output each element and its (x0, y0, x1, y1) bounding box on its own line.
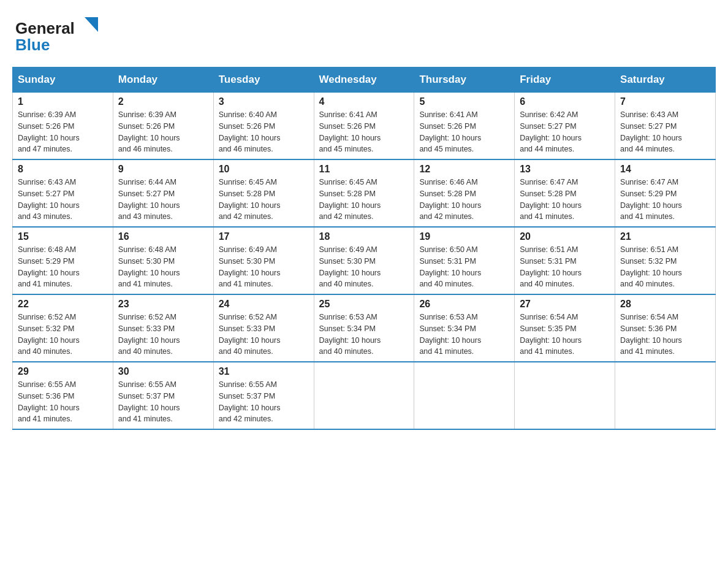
day-number: 3 (219, 96, 309, 107)
day-number: 14 (620, 164, 710, 175)
day-number: 29 (18, 366, 108, 377)
day-number: 8 (18, 164, 108, 175)
calendar-cell: 28 Sunrise: 6:54 AMSunset: 5:36 PMDaylig… (615, 294, 716, 362)
calendar-cell: 29 Sunrise: 6:55 AMSunset: 5:36 PMDaylig… (13, 362, 113, 429)
day-number: 24 (219, 299, 309, 310)
calendar-cell: 14 Sunrise: 6:47 AMSunset: 5:29 PMDaylig… (615, 159, 716, 227)
calendar-cell: 27 Sunrise: 6:54 AMSunset: 5:35 PMDaylig… (515, 294, 615, 362)
calendar-cell: 22 Sunrise: 6:52 AMSunset: 5:32 PMDaylig… (13, 294, 113, 362)
calendar-cell: 10 Sunrise: 6:45 AMSunset: 5:28 PMDaylig… (213, 159, 314, 227)
calendar-header-wednesday: Wednesday (314, 67, 414, 93)
day-info: Sunrise: 6:45 AMSunset: 5:28 PMDaylight:… (219, 177, 309, 223)
day-number: 12 (419, 164, 509, 175)
calendar-cell (615, 362, 716, 429)
day-number: 21 (620, 231, 710, 242)
day-number: 1 (18, 96, 108, 107)
day-number: 26 (419, 299, 509, 310)
calendar-week-row: 8 Sunrise: 6:43 AMSunset: 5:27 PMDayligh… (13, 159, 716, 227)
day-number: 25 (319, 299, 409, 310)
calendar-cell: 30 Sunrise: 6:55 AMSunset: 5:37 PMDaylig… (113, 362, 213, 429)
day-number: 9 (118, 164, 208, 175)
day-info: Sunrise: 6:49 AMSunset: 5:30 PMDaylight:… (319, 244, 409, 290)
day-info: Sunrise: 6:48 AMSunset: 5:30 PMDaylight:… (118, 244, 208, 290)
day-info: Sunrise: 6:52 AMSunset: 5:32 PMDaylight:… (18, 312, 108, 358)
day-number: 17 (219, 231, 309, 242)
day-info: Sunrise: 6:52 AMSunset: 5:33 PMDaylight:… (118, 312, 208, 358)
day-info: Sunrise: 6:41 AMSunset: 5:26 PMDaylight:… (419, 109, 509, 155)
day-number: 19 (419, 231, 509, 242)
calendar-cell: 7 Sunrise: 6:43 AMSunset: 5:27 PMDayligh… (615, 93, 716, 160)
day-number: 18 (319, 231, 409, 242)
day-info: Sunrise: 6:43 AMSunset: 5:27 PMDaylight:… (620, 109, 710, 155)
svg-text:Blue: Blue (15, 36, 50, 54)
day-number: 15 (18, 231, 108, 242)
calendar-cell: 9 Sunrise: 6:44 AMSunset: 5:27 PMDayligh… (113, 159, 213, 227)
day-info: Sunrise: 6:42 AMSunset: 5:27 PMDaylight:… (520, 109, 610, 155)
day-info: Sunrise: 6:46 AMSunset: 5:28 PMDaylight:… (419, 177, 509, 223)
calendar-cell: 18 Sunrise: 6:49 AMSunset: 5:30 PMDaylig… (314, 227, 414, 294)
calendar-cell: 15 Sunrise: 6:48 AMSunset: 5:29 PMDaylig… (13, 227, 113, 294)
calendar-cell: 2 Sunrise: 6:39 AMSunset: 5:26 PMDayligh… (113, 93, 213, 160)
calendar-cell: 24 Sunrise: 6:52 AMSunset: 5:33 PMDaylig… (213, 294, 314, 362)
calendar-cell (414, 362, 515, 429)
day-info: Sunrise: 6:48 AMSunset: 5:29 PMDaylight:… (18, 244, 108, 290)
calendar-header-sunday: Sunday (13, 67, 113, 93)
day-info: Sunrise: 6:50 AMSunset: 5:31 PMDaylight:… (419, 244, 509, 290)
day-number: 6 (520, 96, 610, 107)
calendar-cell: 31 Sunrise: 6:55 AMSunset: 5:37 PMDaylig… (213, 362, 314, 429)
day-number: 2 (118, 96, 208, 107)
day-info: Sunrise: 6:45 AMSunset: 5:28 PMDaylight:… (319, 177, 409, 223)
calendar-header-tuesday: Tuesday (213, 67, 314, 93)
day-info: Sunrise: 6:55 AMSunset: 5:37 PMDaylight:… (219, 379, 309, 425)
day-number: 5 (419, 96, 509, 107)
day-info: Sunrise: 6:52 AMSunset: 5:33 PMDaylight:… (219, 312, 309, 358)
calendar-cell: 13 Sunrise: 6:47 AMSunset: 5:28 PMDaylig… (515, 159, 615, 227)
day-info: Sunrise: 6:44 AMSunset: 5:27 PMDaylight:… (118, 177, 208, 223)
calendar-cell (515, 362, 615, 429)
calendar-cell: 6 Sunrise: 6:42 AMSunset: 5:27 PMDayligh… (515, 93, 615, 160)
day-info: Sunrise: 6:55 AMSunset: 5:37 PMDaylight:… (118, 379, 208, 425)
calendar-week-row: 29 Sunrise: 6:55 AMSunset: 5:36 PMDaylig… (13, 362, 716, 429)
day-number: 30 (118, 366, 208, 377)
calendar-cell: 17 Sunrise: 6:49 AMSunset: 5:30 PMDaylig… (213, 227, 314, 294)
day-info: Sunrise: 6:51 AMSunset: 5:31 PMDaylight:… (520, 244, 610, 290)
day-number: 7 (620, 96, 710, 107)
day-number: 28 (620, 299, 710, 310)
calendar-header-friday: Friday (515, 67, 615, 93)
day-info: Sunrise: 6:47 AMSunset: 5:28 PMDaylight:… (520, 177, 610, 223)
calendar-cell: 19 Sunrise: 6:50 AMSunset: 5:31 PMDaylig… (414, 227, 515, 294)
calendar-week-row: 22 Sunrise: 6:52 AMSunset: 5:32 PMDaylig… (13, 294, 716, 362)
day-number: 20 (520, 231, 610, 242)
calendar-cell: 12 Sunrise: 6:46 AMSunset: 5:28 PMDaylig… (414, 159, 515, 227)
day-info: Sunrise: 6:40 AMSunset: 5:26 PMDaylight:… (219, 109, 309, 155)
day-number: 11 (319, 164, 409, 175)
day-info: Sunrise: 6:43 AMSunset: 5:27 PMDaylight:… (18, 177, 108, 223)
calendar-cell: 8 Sunrise: 6:43 AMSunset: 5:27 PMDayligh… (13, 159, 113, 227)
svg-marker-1 (85, 17, 98, 32)
calendar-cell: 3 Sunrise: 6:40 AMSunset: 5:26 PMDayligh… (213, 93, 314, 160)
calendar-table: SundayMondayTuesdayWednesdayThursdayFrid… (12, 67, 716, 430)
day-info: Sunrise: 6:41 AMSunset: 5:26 PMDaylight:… (319, 109, 409, 155)
day-number: 22 (18, 299, 108, 310)
calendar-cell: 20 Sunrise: 6:51 AMSunset: 5:31 PMDaylig… (515, 227, 615, 294)
calendar-cell: 25 Sunrise: 6:53 AMSunset: 5:34 PMDaylig… (314, 294, 414, 362)
calendar-cell: 4 Sunrise: 6:41 AMSunset: 5:26 PMDayligh… (314, 93, 414, 160)
calendar-cell: 21 Sunrise: 6:51 AMSunset: 5:32 PMDaylig… (615, 227, 716, 294)
day-number: 16 (118, 231, 208, 242)
calendar-week-row: 1 Sunrise: 6:39 AMSunset: 5:26 PMDayligh… (13, 93, 716, 160)
day-info: Sunrise: 6:53 AMSunset: 5:34 PMDaylight:… (319, 312, 409, 358)
day-number: 31 (219, 366, 309, 377)
day-info: Sunrise: 6:55 AMSunset: 5:36 PMDaylight:… (18, 379, 108, 425)
day-info: Sunrise: 6:54 AMSunset: 5:36 PMDaylight:… (620, 312, 710, 358)
calendar-cell: 26 Sunrise: 6:53 AMSunset: 5:34 PMDaylig… (414, 294, 515, 362)
calendar-cell: 23 Sunrise: 6:52 AMSunset: 5:33 PMDaylig… (113, 294, 213, 362)
day-number: 27 (520, 299, 610, 310)
logo-image: General Blue (12, 12, 98, 58)
day-info: Sunrise: 6:53 AMSunset: 5:34 PMDaylight:… (419, 312, 509, 358)
day-info: Sunrise: 6:49 AMSunset: 5:30 PMDaylight:… (219, 244, 309, 290)
day-info: Sunrise: 6:39 AMSunset: 5:26 PMDaylight:… (118, 109, 208, 155)
calendar-header-row: SundayMondayTuesdayWednesdayThursdayFrid… (13, 67, 716, 93)
page-header: General Blue (12, 12, 716, 61)
day-number: 13 (520, 164, 610, 175)
calendar-header-saturday: Saturday (615, 67, 716, 93)
